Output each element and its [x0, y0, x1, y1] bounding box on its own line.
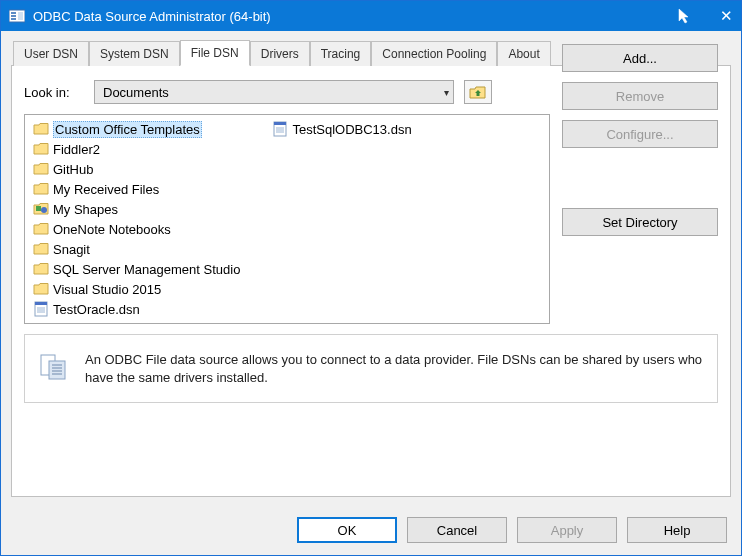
list-item[interactable]: Snagit: [31, 239, 242, 259]
window-title: ODBC Data Source Administrator (64-bit): [33, 9, 669, 24]
folder-icon: [33, 221, 49, 237]
list-item[interactable]: Custom Office Templates: [31, 119, 242, 139]
close-icon[interactable]: ✕: [693, 7, 733, 25]
folder-icon: [33, 241, 49, 257]
list-item[interactable]: GitHub: [31, 159, 242, 179]
info-box: An ODBC File data source allows you to c…: [24, 334, 718, 403]
svg-rect-3: [11, 18, 16, 20]
dialog-buttons: OK Cancel Apply Help: [1, 507, 741, 555]
cursor-icon: [677, 8, 693, 24]
tab-drivers[interactable]: Drivers: [250, 41, 310, 66]
list-item-label: Visual Studio 2015: [53, 282, 161, 297]
list-item[interactable]: My Received Files: [31, 179, 242, 199]
folder-icon: [33, 261, 49, 277]
lookin-value: Documents: [103, 85, 169, 100]
dsn-file-icon: [272, 121, 288, 137]
app-icon: [9, 8, 25, 24]
lookin-label: Look in:: [24, 85, 84, 100]
list-item-label: SQL Server Management Studio: [53, 262, 240, 277]
svg-rect-2: [11, 15, 16, 17]
set-directory-button[interactable]: Set Directory: [562, 208, 718, 236]
list-item-label: GitHub: [53, 162, 93, 177]
list-item-label: My Shapes: [53, 202, 118, 217]
folder-icon: [33, 281, 49, 297]
list-item-label: Custom Office Templates: [53, 121, 202, 138]
folder-icon: [33, 201, 49, 217]
list-item-label: OneNote Notebooks: [53, 222, 171, 237]
remove-button[interactable]: Remove: [562, 82, 718, 110]
lookin-row: Look in: Documents ▾: [24, 80, 550, 104]
tab-panel: Look in: Documents ▾ Custom Office: [11, 65, 731, 497]
ok-button[interactable]: OK: [297, 517, 397, 543]
svg-rect-5: [36, 206, 41, 211]
chevron-down-icon: ▾: [444, 87, 449, 98]
titlebar[interactable]: ODBC Data Source Administrator (64-bit) …: [1, 1, 741, 31]
list-item[interactable]: TestOracle.dsn: [31, 299, 242, 319]
folder-icon: [33, 181, 49, 197]
tab-system-dsn[interactable]: System DSN: [89, 41, 180, 66]
apply-button[interactable]: Apply: [517, 517, 617, 543]
folder-icon: [33, 141, 49, 157]
help-button[interactable]: Help: [627, 517, 727, 543]
list-item[interactable]: SQL Server Management Studio: [31, 259, 242, 279]
spacer: [562, 158, 718, 198]
window-frame: ODBC Data Source Administrator (64-bit) …: [0, 0, 742, 556]
file-list[interactable]: Custom Office TemplatesFiddler2GitHubMy …: [24, 114, 550, 324]
svg-rect-4: [18, 12, 23, 20]
svg-rect-13: [274, 122, 286, 125]
list-item[interactable]: Fiddler2: [31, 139, 242, 159]
list-item-label: TestSqlODBC13.dsn: [292, 122, 411, 137]
info-text: An ODBC File data source allows you to c…: [85, 351, 703, 386]
lookin-select[interactable]: Documents ▾: [94, 80, 454, 104]
svg-rect-18: [49, 361, 65, 379]
tab-strip: User DSN System DSN File DSN Drivers Tra…: [11, 39, 731, 65]
client-area: User DSN System DSN File DSN Drivers Tra…: [1, 31, 741, 507]
list-item-label: Fiddler2: [53, 142, 100, 157]
tab-tracing[interactable]: Tracing: [310, 41, 372, 66]
list-item-label: My Received Files: [53, 182, 159, 197]
list-item-label: TestOracle.dsn: [53, 302, 140, 317]
cancel-button[interactable]: Cancel: [407, 517, 507, 543]
folder-icon: [33, 121, 49, 137]
tab-user-dsn[interactable]: User DSN: [13, 41, 89, 66]
dsn-file-icon: [33, 301, 49, 317]
list-item-label: Snagit: [53, 242, 90, 257]
tab-file-dsn[interactable]: File DSN: [180, 40, 250, 66]
tab-about[interactable]: About: [497, 41, 550, 66]
svg-rect-8: [35, 302, 47, 305]
datasource-icon: [39, 351, 71, 383]
folder-up-button[interactable]: [464, 80, 492, 104]
configure-button[interactable]: Configure...: [562, 120, 718, 148]
folder-icon: [33, 161, 49, 177]
tab-connection-pooling[interactable]: Connection Pooling: [371, 41, 497, 66]
list-item[interactable]: My Shapes: [31, 199, 242, 219]
list-item[interactable]: Visual Studio 2015: [31, 279, 242, 299]
svg-point-6: [41, 207, 47, 213]
svg-rect-1: [11, 12, 16, 14]
list-item[interactable]: OneNote Notebooks: [31, 219, 242, 239]
sidebar-buttons: Add... Remove Configure... Set Directory: [562, 44, 718, 324]
list-item[interactable]: TestSqlODBC13.dsn: [270, 119, 413, 139]
